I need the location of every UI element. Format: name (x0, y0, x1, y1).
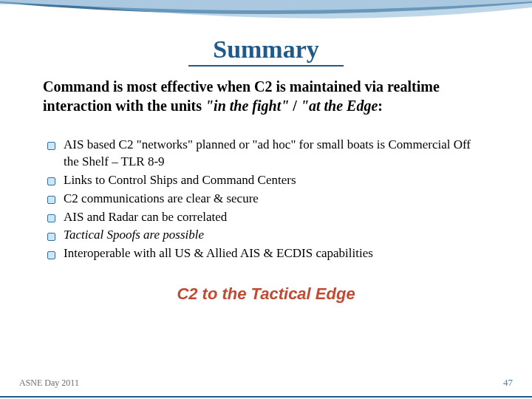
lead-quote-1: "in the fight" (205, 98, 289, 114)
list-item: C2 communications are clear & secure (44, 191, 489, 208)
list-item-text: AIS and Radar can be correlated (64, 210, 227, 224)
lead-sep: / (289, 98, 301, 114)
list-item-text: Interoperable with all US & Allied AIS &… (64, 246, 373, 260)
list-item: Links to Control Ships and Command Cente… (44, 172, 489, 189)
lead-suffix: : (378, 98, 383, 114)
content-area: Command is most effective when C2 is mai… (0, 66, 532, 304)
bottom-border (0, 396, 532, 398)
list-item-text: C2 communications are clear & secure (64, 191, 259, 205)
top-decoration (0, 0, 532, 30)
footer-left: ASNE Day 2011 (19, 378, 79, 389)
bullet-list: AIS based C2 "networks" planned or "ad h… (43, 137, 489, 263)
list-item-text: AIS based C2 "networks" planned or "ad h… (64, 137, 471, 168)
lead-paragraph: Command is most effective when C2 is mai… (43, 77, 489, 116)
list-item: AIS and Radar can be correlated (44, 209, 489, 226)
lead-quote-2: "at the Edge (301, 98, 378, 114)
list-item-text: Links to Control Ships and Command Cente… (64, 173, 296, 187)
list-item-text: Tactical Spoofs are possible (64, 228, 204, 242)
list-item: Tactical Spoofs are possible (44, 227, 489, 244)
page-number: 47 (503, 377, 513, 389)
subheading: C2 to the Tactical Edge (43, 284, 489, 304)
list-item: Interoperable with all US & Allied AIS &… (44, 245, 489, 262)
list-item: AIS based C2 "networks" planned or "ad h… (44, 137, 489, 171)
slide-title: Summary (188, 35, 344, 66)
